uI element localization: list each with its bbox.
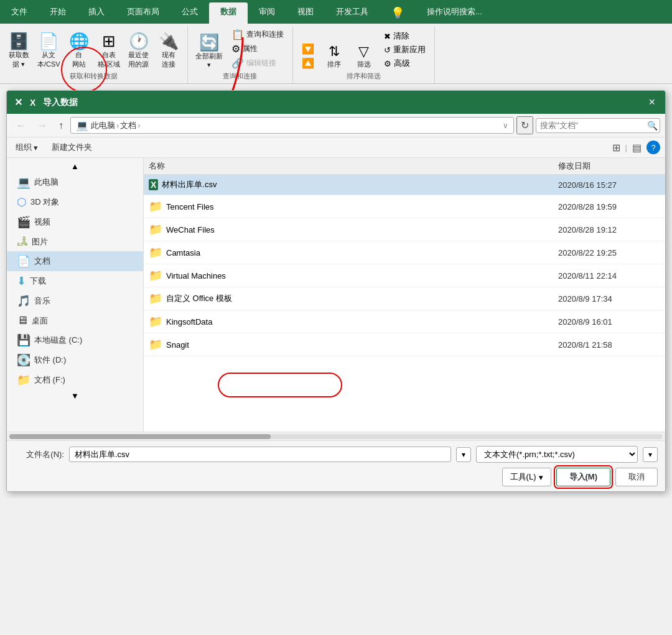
action-row: 工具(L) ▾ 导入(M) 取消 (14, 468, 658, 486)
existing-connections-button[interactable]: 🔌 现有连接 (155, 32, 182, 70)
tab-formula[interactable]: 公式 (170, 2, 209, 24)
tab-devtools[interactable]: 开发工具 (325, 2, 380, 24)
get-data-button[interactable]: 🗄️ 获取数据 ▾ (5, 32, 32, 70)
address-docs[interactable]: 文档 (120, 120, 136, 131)
filter-button[interactable]: ▽ 筛选 (350, 44, 378, 70)
recent-sources-button[interactable]: 🕐 最近使用的源 (125, 32, 152, 70)
file-row-wechat[interactable]: 📁 WeChat Files 2020/8/28 19:12 (144, 218, 665, 241)
from-web-button[interactable]: 🌐 自网站 (65, 32, 93, 70)
view-details-button[interactable]: ▤ (630, 141, 644, 155)
file-row-kingsoft[interactable]: 📁 KingsoftData 2020/8/9 16:01 (144, 310, 665, 333)
sort-button[interactable]: ⇅ 排序 (320, 44, 348, 70)
query-conn-label: 查询和连接 (246, 29, 284, 40)
file-date-camtasia: 2020/8/22 19:25 (553, 244, 665, 262)
address-dropdown[interactable]: ∨ (503, 121, 508, 130)
reapply-button[interactable]: ↺ 重新应用 (380, 43, 429, 57)
file-row-camtasia[interactable]: 📁 Camtasia 2020/8/22 19:25 (144, 241, 665, 264)
nav-item-local-c[interactable]: 💾 本地磁盘 (C:) (7, 330, 143, 350)
filename-input[interactable] (69, 447, 451, 462)
dialog-close-button[interactable]: × (646, 96, 658, 109)
cancel-button[interactable]: 取消 (615, 468, 658, 486)
new-folder-button[interactable]: 新建文件夹 (47, 140, 97, 155)
clear-label: 清除 (393, 30, 409, 42)
tab-data[interactable]: 数据 (209, 2, 248, 24)
nav-item-software-d[interactable]: 💽 软件 (D:) (7, 350, 143, 370)
help-button[interactable]: ? (646, 141, 660, 154)
nav-item-downloads[interactable]: ⬇ 下载 (7, 271, 143, 291)
group-sort-label: 排序和筛选 (347, 72, 381, 81)
query-conn-button[interactable]: 📋 查询和连接 (228, 27, 287, 42)
search-bar: 🔍 (536, 118, 660, 133)
nav-documents-label: 文档 (34, 256, 50, 267)
horizontal-scrollbar[interactable] (7, 432, 665, 440)
file-name-csv: X 材料出库单.csv (144, 175, 553, 195)
sort-az-icon: 🔽 (302, 43, 314, 55)
query-col: 📋 查询和连接 ⚙ 属性 🔗 编辑链接 (228, 27, 287, 70)
address-sep2: › (138, 121, 140, 130)
tab-file[interactable]: 文件 (0, 2, 39, 24)
hscroll-thumb[interactable] (9, 434, 271, 439)
filetype-select[interactable]: 文本文件(*.prn;*.txt;*.csv) (476, 446, 638, 463)
folder-icon-tencent: 📁 (149, 200, 162, 213)
tools-button[interactable]: 工具(L) ▾ (502, 468, 551, 486)
address-bar[interactable]: 💻 此电脑 › 文档 › ∨ (70, 117, 514, 134)
advanced-button[interactable]: ⚙ 高级 (380, 57, 429, 70)
file-row-vm[interactable]: 📁 Virtual Machines 2020/8/11 22:14 (144, 264, 665, 287)
tab-search[interactable]: 操作说明搜索... (416, 2, 493, 24)
dialog-body: ▲ 💻 此电脑 ⬡ 3D 对象 🎬 视频 🏞 图 (7, 158, 665, 432)
address-pc[interactable]: 此电脑 (91, 120, 115, 131)
tab-start[interactable]: 开始 (39, 2, 77, 24)
sort-az-button[interactable]: 🔽 (298, 42, 318, 56)
props-button[interactable]: ⚙ 属性 (228, 42, 287, 56)
nav-software-d-label: 软件 (D:) (34, 355, 66, 366)
file-row-office[interactable]: 📁 自定义 Office 模板 2020/8/9 17:34 (144, 287, 665, 310)
nav-forward-button[interactable]: → (33, 118, 52, 134)
view-list-button[interactable]: ⊞ (610, 141, 623, 155)
sort-za-button[interactable]: 🔼 (298, 56, 318, 70)
text-csv-button[interactable]: 📄 从文本/CSV (35, 32, 63, 70)
edit-link-button[interactable]: 🔗 编辑链接 (228, 56, 287, 70)
search-input[interactable] (540, 121, 645, 130)
nav-item-3d[interactable]: ⬡ 3D 对象 (7, 192, 143, 212)
import-button[interactable]: 导入(M) (556, 468, 611, 486)
nav-item-desktop[interactable]: 🖥 桌面 (7, 311, 143, 330)
search-icon[interactable]: 🔍 (647, 121, 658, 131)
tab-review[interactable]: 审阅 (248, 2, 286, 24)
from-web-label: 自网站 (72, 50, 86, 69)
col-name-header[interactable]: 名称 (144, 160, 553, 172)
group-sort-items: 🔽 🔼 ⇅ 排序 ▽ 筛选 (298, 27, 429, 70)
import-dialog-wrapper: ✕ X 导入数据 × ← → ↑ 💻 此电脑 › 文档 › (6, 90, 666, 492)
file-row-tencent[interactable]: 📁 Tencent Files 2020/8/28 19:59 (144, 195, 665, 218)
nav-up-button[interactable]: ↑ (54, 118, 68, 134)
nav-doc-f-label: 文档 (F:) (34, 374, 65, 386)
nav-item-pc[interactable]: 💻 此电脑 (7, 172, 143, 192)
nav-item-documents[interactable]: 📄 文档 (7, 251, 143, 271)
file-date-csv: 2020/8/16 15:27 (553, 176, 665, 194)
tab-view[interactable]: 视图 (286, 2, 325, 24)
from-table-button[interactable]: ⊞ 自表格/区域 (95, 32, 123, 70)
tab-help[interactable]: 💡 (380, 2, 416, 24)
file-date-vm: 2020/8/11 22:14 (553, 267, 665, 285)
filetype-dropdown-arrow[interactable]: ▾ (643, 447, 658, 462)
clear-icon: ✖ (384, 32, 391, 41)
tab-page-layout[interactable]: 页面布局 (116, 2, 170, 24)
tencent-filename: Tencent Files (166, 202, 214, 211)
col-date-header[interactable]: 修改日期 (553, 160, 665, 172)
nav-refresh-button[interactable]: ↻ (516, 116, 533, 134)
nav-3d-label: 3D 对象 (30, 197, 59, 208)
nav-item-pictures[interactable]: 🏞 图片 (7, 232, 143, 251)
nav-back-button[interactable]: ← (12, 118, 30, 134)
nav-item-doc-f[interactable]: 📁 文档 (F:) (7, 370, 143, 390)
file-row-snagit[interactable]: 📁 Snagit 2020/8/1 21:58 (144, 333, 665, 356)
filename-dropdown-arrow[interactable]: ▾ (456, 447, 471, 462)
tab-insert[interactable]: 插入 (77, 2, 116, 24)
office-filename: 自定义 Office 模板 (166, 293, 232, 304)
refresh-all-button[interactable]: 🔄 全部刷新▾ (193, 33, 225, 70)
file-row-csv[interactable]: X 材料出库单.csv 2020/8/16 15:27 (144, 175, 665, 195)
organize-button[interactable]: 组织 ▾ (12, 140, 42, 155)
nav-item-music[interactable]: 🎵 音乐 (7, 291, 143, 311)
nav-scroll-down[interactable]: ▼ (7, 390, 143, 402)
nav-item-video[interactable]: 🎬 视频 (7, 212, 143, 232)
clear-button[interactable]: ✖ 清除 (380, 29, 429, 43)
nav-scroll-up[interactable]: ▲ (7, 160, 143, 172)
